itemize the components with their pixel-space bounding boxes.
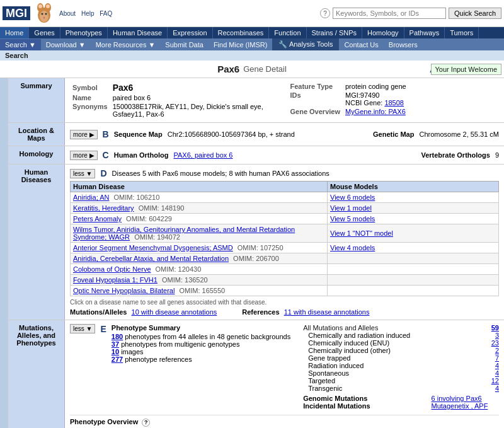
disease-col-models: Mouse Models (328, 182, 499, 192)
disease-model-link[interactable]: View 4 models (330, 244, 375, 252)
disease-name-link[interactable]: Peters Anomaly (73, 215, 122, 223)
mutations-less-btn[interactable]: less ▼ (70, 324, 95, 333)
gene-overview-link[interactable]: MyGene.info: PAX6 (345, 108, 406, 115)
search-input[interactable] (333, 8, 446, 19)
vertebrate-label: Vertebrate Orthologs (421, 151, 490, 159)
quick-search-button[interactable]: Quick Search (449, 8, 501, 19)
subnav-analysis-tools[interactable]: 🔧 Analysis Tools (272, 38, 339, 50)
gene-trapped-value[interactable]: 7 (495, 354, 499, 362)
chem-enu-value[interactable]: 23 (491, 339, 499, 347)
phenotype-num4[interactable]: 277 (112, 356, 123, 363)
disease-model-link[interactable]: View 6 models (330, 194, 375, 201)
homology-content: more ▶ C Human Ortholog PAX6, paired box… (65, 146, 504, 164)
disease-model-link[interactable]: View 1 "NOT" model (330, 229, 393, 237)
mutations-section: Mutations, Alleles, and Phenotypes less … (8, 320, 504, 428)
search-bar: Search (0, 50, 504, 61)
disease-row: Keratitis, Hereditary OMIM: 148190 View … (71, 203, 499, 214)
disease-name-link[interactable]: Anterior Segment Mesenchymal Dysgenesis;… (73, 244, 233, 252)
header-search: ? Quick Search (320, 8, 501, 19)
disease-row: Optic Nerve Hypoplasia, Bilateral OMIM: … (71, 286, 499, 296)
gene-name: Pax6 (217, 64, 239, 74)
nav-tumors[interactable]: Tumors (445, 27, 479, 38)
human-diseases-label: Human Diseases (8, 165, 65, 320)
nav-phenotypes[interactable]: Phenotypes (60, 27, 108, 38)
phenotype-chart-title: Phenotype Overview (70, 418, 138, 425)
human-diseases-section: Human Diseases less ▼ D Diseases 5 with … (8, 165, 504, 320)
human-ortholog-label: Human Ortholog (114, 151, 169, 159)
homology-more-btn[interactable]: more ▶ (70, 151, 98, 160)
subnav-browsers[interactable]: Browsers (384, 39, 423, 50)
disease-name-link[interactable]: Wilms Tumor, Aniridia, Genitourinary Ano… (73, 226, 295, 241)
references-value[interactable]: 11 with disease annotations (284, 308, 370, 316)
name-label: Name (70, 93, 110, 102)
mutations-alleles-value[interactable]: 10 with disease annotations (132, 308, 217, 316)
phenotype-num2[interactable]: 37 (112, 340, 119, 348)
phenotype-num1[interactable]: 180 (112, 333, 123, 340)
disease-name-link[interactable]: Aniridia, Cerebellar Ataxia, and Mental … (73, 255, 229, 262)
subnav-download[interactable]: Download ▼ (41, 39, 91, 50)
nav-function[interactable]: Function (269, 27, 306, 38)
disease-model-link[interactable]: View 1 model (330, 204, 372, 212)
location-section-letter: B (103, 129, 109, 139)
ncbi-link[interactable]: 18508 (384, 99, 404, 107)
nav-strains-snps[interactable]: Strains / SNPs (307, 27, 363, 38)
svg-point-7 (45, 13, 47, 15)
phenotype-text4: phenotype references (125, 356, 192, 363)
chem-other-value[interactable]: 2 (495, 347, 499, 354)
incidental-value[interactable]: Mutagenetix , APF (432, 402, 488, 410)
spontaneous-value[interactable]: 4 (495, 369, 499, 377)
nav-expression[interactable]: Expression (168, 27, 212, 38)
diseases-less-btn[interactable]: less ▼ (70, 169, 95, 178)
targeted-value[interactable]: 12 (491, 377, 499, 385)
disease-name-link[interactable]: Foveal Hypoplasia 1; FVH1 (73, 276, 158, 284)
ids-label: IDs (288, 91, 343, 107)
subnav-contact-us[interactable]: Contact Us (339, 39, 383, 50)
ncbi-label: NCBI Gene: (345, 99, 382, 107)
diseases-summary: Diseases 5 with Pax6 mouse models; 8 wit… (112, 170, 329, 177)
genomic-label: Genomic Mutations (303, 395, 431, 402)
sequence-map-label: Sequence Map (114, 130, 163, 138)
subnav-search[interactable]: Search ▼ (0, 39, 41, 50)
left-sidebar (0, 78, 8, 428)
about-link[interactable]: About (59, 10, 76, 17)
phenotype-text2: phenotypes from multigenic genotypes (121, 340, 239, 348)
disease-name-link[interactable]: Optic Nerve Hypoplasia, Bilateral (73, 287, 175, 294)
phenotype-summary-title: Phenotype Summary (112, 324, 290, 332)
transgenic-value[interactable]: 4 (495, 385, 499, 392)
nav-homology[interactable]: Homology (362, 27, 404, 38)
all-mutations-value[interactable]: 59 (491, 324, 499, 332)
nav-pathways[interactable]: Pathways (404, 27, 445, 38)
disease-model-link[interactable]: View 5 models (330, 215, 375, 223)
genomic-value[interactable]: 6 involving Pax6 (432, 395, 482, 402)
help-link[interactable]: Help (81, 10, 94, 17)
location-label: Location & Maps (8, 123, 65, 146)
radiation-label: Radiation induced (303, 362, 431, 369)
chem-rad-value[interactable]: 3 (495, 332, 499, 339)
sequence-map-value: Chr2:105668900-105697364 bp, + strand (168, 130, 295, 138)
spontaneous-label: Spontaneous (303, 369, 431, 377)
subnav-more-resources[interactable]: More Resources ▼ (91, 39, 161, 50)
nav-recombinases[interactable]: Recombinases (213, 27, 270, 38)
phenotype-line4: 277 phenotype references (112, 356, 290, 363)
svg-point-6 (42, 13, 43, 15)
disease-name-link[interactable]: Aniridia; AN (73, 194, 109, 201)
genetic-map-label: Genetic Map (373, 130, 414, 138)
disease-name-link[interactable]: Coloboma of Optic Nerve (73, 265, 151, 273)
nav-genes[interactable]: Genes (29, 27, 60, 38)
human-ortholog-value[interactable]: PAX6, paired box 6 (173, 151, 232, 159)
phenotype-num3[interactable]: 10 (112, 348, 119, 356)
nav-human-disease[interactable]: Human Disease (108, 27, 168, 38)
disease-row: Aniridia, Cerebellar Ataxia, and Mental … (71, 253, 499, 264)
subnav-find-mice[interactable]: Find Mice (IMSR) (209, 39, 273, 50)
synonyms-label: Synonyms (70, 102, 110, 119)
radiation-value[interactable]: 4 (495, 362, 499, 369)
location-section: Location & Maps more ▶ B Sequence Map Ch… (8, 123, 504, 146)
subnav-submit-data[interactable]: Submit Data (160, 39, 209, 50)
phenotype-chart-help[interactable]: ? (142, 419, 150, 427)
location-more-btn[interactable]: more ▶ (70, 130, 98, 139)
help-icon[interactable]: ? (320, 8, 330, 18)
disease-name-link[interactable]: Keratitis, Hereditary (73, 204, 134, 212)
faq-link[interactable]: FAQ (100, 10, 112, 17)
nav-home[interactable]: Home (0, 27, 29, 38)
nav-bar: Home Genes Phenotypes Human Disease Expr… (0, 27, 504, 38)
